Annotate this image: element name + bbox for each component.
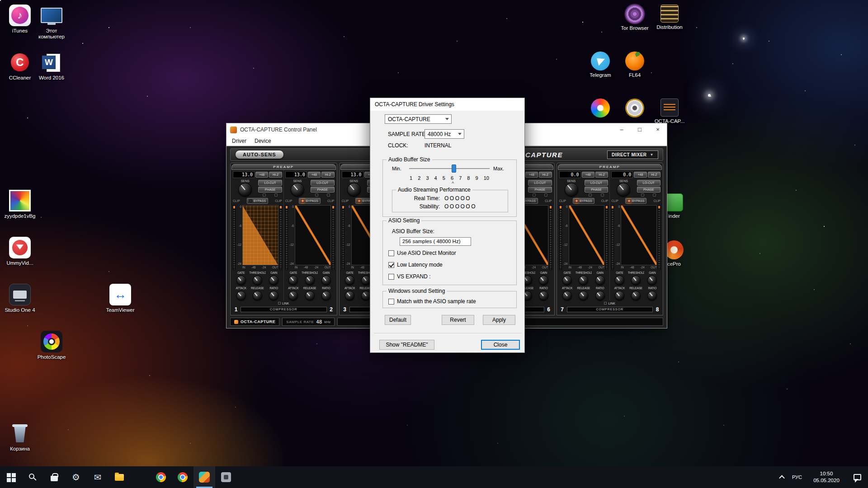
phase-button[interactable]: PHASE — [585, 187, 608, 192]
hi-z-button[interactable]: Hi-Z — [539, 172, 552, 178]
gate-knob[interactable] — [615, 276, 624, 285]
desktop-icon-octa-file[interactable]: OCTA-CAP... — [652, 99, 687, 124]
desktop-icon-disc[interactable] — [618, 99, 652, 117]
desktop-icon-fl64[interactable]: FL64 — [618, 52, 652, 78]
hi-z-button[interactable]: Hi-Z — [269, 172, 282, 178]
phase-button[interactable]: PHASE — [637, 187, 660, 192]
phase-button[interactable]: PHASE — [528, 187, 552, 192]
apply-button[interactable]: Apply — [483, 315, 515, 325]
attack-knob[interactable] — [615, 291, 624, 300]
language-indicator[interactable]: РУС — [788, 466, 807, 488]
checkbox-low-latency-mode[interactable]: Low Latency mode — [388, 262, 456, 268]
dialog-titlebar[interactable]: OCTA-CAPTURE Driver Settings — [370, 98, 524, 111]
action-center-button[interactable] — [846, 466, 868, 488]
gain-knob[interactable] — [595, 276, 605, 285]
gain-knob[interactable] — [539, 276, 548, 285]
slider-thumb[interactable] — [452, 164, 456, 173]
checkbox-use-asio-direct-monitor[interactable]: Use ASIO Direct Monitor — [388, 250, 456, 256]
threshold-knob[interactable] — [579, 276, 588, 285]
compressor-bar[interactable]: COMPRESSOR — [241, 307, 327, 312]
checkbox-match-with-the-asio-sample-rate[interactable]: Match with the ASIO sample rate — [388, 298, 476, 305]
minimize-button[interactable]: – — [613, 123, 631, 136]
menu-driver[interactable]: Driver — [228, 137, 250, 145]
taskbar-octa-button[interactable] — [193, 466, 215, 488]
bypass-button[interactable]: BYPASS — [625, 198, 647, 204]
gate-knob[interactable] — [288, 276, 298, 285]
phase-button[interactable]: PHASE — [258, 187, 282, 192]
lo-cut-button[interactable]: LO-CUT — [528, 180, 552, 186]
gate-knob[interactable] — [562, 276, 572, 285]
maximize-button[interactable]: □ — [631, 123, 649, 136]
lo-cut-button[interactable]: LO-CUT — [637, 180, 660, 186]
sens-knob[interactable] — [565, 183, 578, 197]
lo-cut-button[interactable]: LO-CUT — [311, 180, 334, 186]
gain-knob[interactable] — [269, 276, 278, 285]
desktop-icon-tor[interactable]: Tor Browser — [618, 5, 652, 31]
gain-knob[interactable] — [321, 276, 331, 285]
ratio-knob[interactable] — [539, 291, 548, 300]
hi-z-button[interactable]: Hi-Z — [321, 172, 334, 178]
taskbar-settings-button[interactable] — [65, 466, 87, 488]
menu-device[interactable]: Device — [251, 137, 275, 145]
release-knob[interactable] — [305, 291, 315, 300]
device-select[interactable]: OCTA-CAPTURE — [385, 114, 452, 124]
taskbar-start-button[interactable] — [0, 466, 22, 488]
attack-knob[interactable] — [288, 291, 298, 300]
phantom-48v-button[interactable]: +48 — [634, 172, 646, 178]
bypass-button[interactable]: BYPASS — [299, 198, 321, 204]
sample-rate-select[interactable]: 48000 Hz — [425, 129, 464, 139]
auto-sens-button[interactable]: AUTO-SENS — [235, 150, 284, 159]
sens-knob[interactable] — [291, 183, 304, 197]
desktop-icon-distribution[interactable]: Distribution — [652, 5, 687, 30]
bypass-button[interactable]: BYPASS — [247, 198, 269, 204]
desktop-icon-studio-one[interactable]: Studio One 4 — [3, 284, 37, 313]
phantom-48v-button[interactable]: +48 — [525, 172, 538, 178]
link-control[interactable]: LINK — [558, 300, 662, 306]
gate-knob[interactable] — [236, 276, 246, 285]
hi-z-button[interactable]: Hi-Z — [595, 172, 608, 178]
taskbar-app-button[interactable] — [215, 466, 237, 488]
sens-knob[interactable] — [347, 183, 361, 197]
default-button[interactable]: Default — [385, 315, 411, 325]
ratio-knob[interactable] — [595, 291, 605, 300]
asio-buffer-size-field[interactable]: 256 samples ( 48000 Hz) — [400, 237, 471, 246]
direct-mixer-button[interactable]: DIRECT MIXER ▼ — [607, 150, 658, 159]
taskbar-explorer-button[interactable] — [108, 466, 130, 488]
lo-cut-button[interactable]: LO-CUT — [585, 180, 608, 186]
tray-overflow-button[interactable] — [776, 466, 788, 488]
hi-z-button[interactable]: Hi-Z — [648, 172, 660, 178]
desktop-icon-photoscape[interactable]: PhotoScape — [34, 331, 69, 360]
attack-knob[interactable] — [345, 291, 354, 300]
ratio-knob[interactable] — [269, 291, 278, 300]
phantom-48v-button[interactable]: +48 — [582, 172, 594, 178]
taskbar-mail-button[interactable] — [87, 466, 108, 488]
taskbar-store-button[interactable] — [43, 466, 65, 488]
taskbar-chrome-button[interactable] — [150, 466, 172, 488]
desktop-icon-recycle-bin[interactable]: Корзина — [3, 422, 37, 452]
ratio-knob[interactable] — [647, 291, 657, 300]
close-button[interactable]: × — [649, 123, 667, 136]
desktop-icon-this-pc[interactable]: Этот компьютер — [34, 5, 69, 40]
taskbar-clock[interactable]: 10:50 05.05.2020 — [807, 466, 846, 488]
desktop[interactable]: iTunesЭтот компьютерCCleanerWord 2016zyy… — [0, 0, 868, 466]
desktop-icon-teamviewer[interactable]: TeamViewer — [103, 284, 137, 313]
release-knob[interactable] — [579, 291, 588, 300]
desktop-icon-zyydpde[interactable]: zyydpde1vBg — [3, 190, 37, 219]
desktop-icon-word[interactable]: Word 2016 — [34, 52, 69, 81]
phantom-48v-button[interactable]: +48 — [308, 172, 321, 178]
attack-knob[interactable] — [236, 291, 246, 300]
revert-button[interactable]: Revert — [442, 315, 474, 325]
desktop-icon-swirl[interactable] — [583, 99, 618, 117]
threshold-knob[interactable] — [305, 276, 315, 285]
compressor-bar[interactable]: COMPRESSOR — [567, 307, 653, 312]
release-knob[interactable] — [253, 291, 262, 300]
lo-cut-button[interactable]: LO-CUT — [258, 180, 282, 186]
link-control[interactable]: LINK — [231, 300, 336, 306]
taskbar-chrome2-button[interactable] — [172, 466, 193, 488]
sens-knob[interactable] — [617, 183, 630, 197]
desktop-icon-ummyvid[interactable]: UmmyVid... — [3, 237, 37, 266]
bypass-button[interactable]: BYPASS — [573, 198, 594, 204]
taskbar-search-button[interactable] — [22, 466, 43, 488]
buffer-size-slider[interactable] — [408, 164, 491, 174]
attack-knob[interactable] — [562, 291, 572, 300]
